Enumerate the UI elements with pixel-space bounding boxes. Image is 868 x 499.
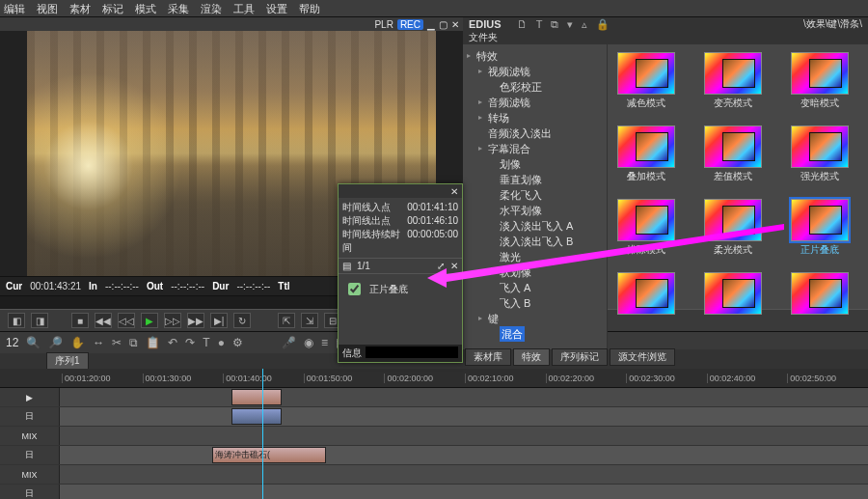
track-body-v1[interactable]: 海涛冲击礁石( (60, 446, 868, 464)
tool-zoom-in-icon[interactable]: 🔍 (26, 336, 41, 349)
tree-fade-fly-b[interactable]: 淡入淡出飞入 B (467, 234, 603, 249)
tool-zoom-out-icon[interactable]: 🔎 (48, 336, 63, 349)
info-close-icon[interactable]: ✕ (450, 186, 458, 197)
clip-fx[interactable] (231, 408, 282, 425)
transport-insert[interactable]: ⇱ (278, 313, 295, 328)
breadcrumb[interactable]: \效果\键\滑条\ (803, 17, 862, 31)
tree-keys[interactable]: 键 (467, 311, 603, 326)
thumb-6[interactable]: 排除模式 (611, 199, 681, 268)
hdr-icon-3[interactable]: ⧉ (551, 18, 558, 30)
tool-copy-icon[interactable]: ⧉ (129, 336, 138, 349)
tab-markers[interactable]: 序列标记 (552, 348, 608, 366)
tool-cut-icon[interactable]: ✂ (112, 336, 122, 349)
track-body-mix1[interactable] (60, 427, 868, 445)
track-head-mix2[interactable]: MIX (0, 465, 60, 484)
thumb-8[interactable]: 正片叠底 (785, 199, 854, 268)
hdr-icon-1[interactable]: 🗋 (517, 18, 528, 30)
tree-wipe[interactable]: 划像 (467, 156, 603, 172)
lock-icon[interactable]: 🔒 (596, 18, 610, 30)
menu-settings[interactable]: 设置 (266, 2, 287, 14)
tool-bars-icon[interactable]: ≡ (321, 336, 328, 349)
menu-mode[interactable]: 模式 (135, 2, 156, 14)
transport-overwrite[interactable]: ⇲ (301, 313, 318, 328)
track-body-mix2[interactable] (60, 465, 868, 484)
tree-fade-fly-a[interactable]: 淡入淡出飞入 A (467, 218, 603, 234)
transport-end[interactable]: ▶| (210, 313, 228, 328)
tab-effects[interactable]: 特效 (513, 348, 550, 366)
info-checkbox[interactable] (348, 283, 361, 295)
tool-capture-icon[interactable]: ● (218, 336, 225, 349)
tree-laser[interactable]: 激光 (467, 249, 603, 264)
menu-render[interactable]: 渲染 (201, 2, 222, 14)
tree-root[interactable]: 特效 (467, 48, 603, 64)
thumb-7[interactable]: 柔光模式 (698, 199, 768, 268)
sequence-tab[interactable]: 序列1 (46, 352, 89, 370)
tree-subtitle-mix[interactable]: 字幕混合 (467, 141, 603, 156)
track-body-v2b[interactable] (60, 407, 868, 426)
menu-marker[interactable]: 标记 (102, 2, 123, 14)
tool-scale-icon[interactable]: ↔ (93, 336, 104, 349)
transport-play[interactable]: ▶ (141, 313, 158, 328)
tab-source[interactable]: 源文件浏览 (610, 348, 675, 366)
tree-transitions[interactable]: 转场 (467, 110, 603, 125)
thumb-10[interactable] (698, 272, 768, 342)
effects-tree[interactable]: 特效 视频滤镜 色彩校正 音频滤镜 转场 音频淡入淡出 字幕混合 划像 垂直划像… (463, 44, 608, 349)
menu-view[interactable]: 视图 (37, 2, 58, 14)
transport-rew[interactable]: ◀◀ (95, 313, 112, 328)
tool-hand-icon[interactable]: ✋ (70, 336, 85, 349)
tree-audio-fade[interactable]: 音频淡入淡出 (467, 125, 603, 141)
menu-clip[interactable]: 素材 (69, 2, 91, 14)
transport-loop[interactable]: ↻ (233, 313, 251, 328)
timeline-ruler[interactable]: 00:01:20:00 00:01:30:00 00:01:40:00 00:0… (0, 369, 868, 388)
preview-max-icon[interactable]: ▢ (439, 19, 448, 30)
hdr-icon-4[interactable]: ▾ (567, 18, 573, 30)
info-menu-icon[interactable]: ▤ (342, 261, 351, 271)
tree-horiz-wipe[interactable]: 水平划像 (467, 203, 603, 218)
tree-fly-a[interactable]: 飞入 A (467, 280, 603, 295)
clip-v2[interactable] (231, 389, 282, 405)
tree-color-correct[interactable]: 色彩校正 (467, 79, 603, 95)
tool-redo-icon[interactable]: ↷ (185, 336, 195, 349)
info-expand-icon[interactable]: ⤢ (437, 261, 445, 271)
info-panel[interactable]: ✕ 时间线入点00:01:41:10 时间线出点00:01:46:10 时间线持… (338, 183, 463, 363)
thumb-5[interactable]: 强光模式 (785, 125, 854, 195)
menu-capture[interactable]: 采集 (168, 2, 189, 14)
tab-bin[interactable]: 素材库 (465, 348, 511, 366)
tree-mix[interactable]: 混合 (467, 326, 603, 342)
transport-set-out[interactable]: ◨ (31, 313, 48, 328)
clip-v1[interactable]: 海涛冲击礁石( (212, 447, 326, 463)
thumb-11[interactable] (785, 272, 854, 342)
tool-render-icon[interactable]: ⚙ (232, 336, 243, 349)
transport-fwd[interactable]: ▶▶ (187, 313, 204, 328)
track-body-a1[interactable] (60, 485, 868, 499)
menu-edit[interactable]: 编辑 (4, 2, 25, 14)
track-head-v1[interactable]: 日 (0, 446, 60, 464)
tool-paste-icon[interactable]: 📋 (146, 336, 160, 349)
track-head-mix1[interactable]: MIX (0, 427, 60, 445)
track-head-v2[interactable]: ▶ (0, 388, 60, 406)
tree-soft-wipe[interactable]: 软划像 (467, 264, 603, 280)
track-head-a1[interactable]: 日 (0, 485, 60, 499)
tool-mic-icon[interactable]: 🎤 (282, 336, 296, 349)
tree-video-filters[interactable]: 视频滤镜 (467, 64, 603, 79)
menu-help[interactable]: 帮助 (299, 2, 320, 14)
tree-fly-b[interactable]: 飞入 B (467, 295, 603, 311)
tree-vert-wipe[interactable]: 垂直划像 (467, 172, 603, 187)
tool-undo-icon[interactable]: ↶ (168, 336, 177, 349)
transport-next[interactable]: ▷▷ (164, 313, 181, 328)
thumb-9[interactable] (611, 272, 681, 342)
hdr-icon-5[interactable]: ▵ (582, 18, 587, 30)
thumb-1[interactable]: 变亮模式 (698, 52, 768, 122)
thumb-4[interactable]: 差值模式 (698, 125, 768, 195)
thumb-3[interactable]: 叠加模式 (611, 125, 681, 195)
thumb-2[interactable]: 变暗模式 (785, 52, 854, 122)
info-close2-icon[interactable]: ✕ (450, 261, 458, 271)
menu-tools[interactable]: 工具 (233, 2, 255, 14)
transport-prev[interactable]: ◁◁ (118, 313, 135, 328)
transport-stop[interactable]: ■ (71, 313, 89, 328)
hdr-icon-2[interactable]: T (536, 18, 543, 30)
thumb-0[interactable]: 减色模式 (611, 52, 681, 122)
tree-audio-filters[interactable]: 音频滤镜 (467, 95, 603, 110)
track-head-v2b[interactable]: 日 (0, 407, 60, 426)
tool-capture2-icon[interactable]: ◉ (304, 336, 313, 349)
